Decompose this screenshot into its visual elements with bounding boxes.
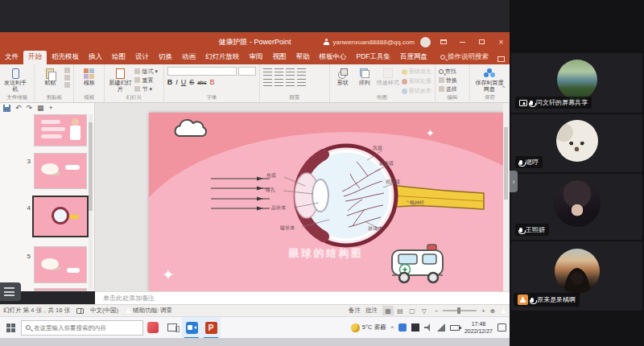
- align-left-button[interactable]: [263, 79, 272, 86]
- ribbon-display-options-button[interactable]: [436, 34, 450, 50]
- zoom-slider[interactable]: [443, 310, 477, 311]
- align-center-button[interactable]: [275, 79, 283, 86]
- tray-expand-button[interactable]: ^: [390, 324, 394, 332]
- zoom-in-button[interactable]: +: [481, 307, 485, 315]
- layout-button[interactable]: 版式▾: [134, 68, 158, 75]
- tab-insert[interactable]: 插入: [84, 51, 107, 64]
- tray-icon-device[interactable]: [411, 323, 419, 332]
- taskbar-powerpoint[interactable]: P: [201, 317, 221, 339]
- find-button[interactable]: 查找: [439, 68, 457, 75]
- send-to-phone-button[interactable]: 发送到手机: [3, 67, 27, 93]
- undo-button[interactable]: ↶: [15, 104, 22, 112]
- thumbnail-scrollbar[interactable]: [89, 114, 93, 290]
- clock[interactable]: 17:48 2022/12/27: [464, 320, 493, 335]
- tab-pdf-tools[interactable]: PDF工具集: [352, 51, 396, 64]
- slideshow-from-start-button[interactable]: ▦: [37, 104, 44, 112]
- paste-button[interactable]: 粘贴: [38, 67, 62, 86]
- network-icon[interactable]: [437, 323, 445, 332]
- taskbar-meeting-app[interactable]: [182, 317, 201, 339]
- share-person-icon[interactable]: [501, 308, 506, 313]
- zoom-out-button[interactable]: −: [435, 307, 438, 315]
- font-name-combobox[interactable]: [167, 67, 237, 76]
- slide-canvas[interactable]: ✦ ✦: [149, 113, 503, 291]
- font-color-button[interactable]: B: [209, 78, 214, 86]
- close-button[interactable]: ×: [494, 34, 508, 50]
- task-view-button[interactable]: [163, 317, 182, 339]
- tab-draw[interactable]: 绘图: [107, 51, 130, 64]
- taskbar-search[interactable]: [21, 320, 143, 336]
- format-painter-icon[interactable]: [64, 82, 70, 88]
- shape-fill-button[interactable]: 形状填充: [402, 68, 431, 76]
- account-info[interactable]: yanwenxuan88888@qq.com: [323, 39, 415, 46]
- spellcheck-icon[interactable]: [76, 308, 84, 314]
- slide-sorter-view-button[interactable]: ▤: [394, 306, 406, 315]
- bold-button[interactable]: B: [167, 78, 173, 86]
- new-slide-button[interactable]: 新建幻灯片: [108, 67, 132, 93]
- shapes-button[interactable]: 形状: [333, 67, 353, 86]
- clear-format-button[interactable]: abc: [197, 80, 206, 85]
- redo-button[interactable]: ↷: [27, 104, 33, 112]
- italic-button[interactable]: I: [175, 78, 178, 86]
- save-icon[interactable]: [3, 105, 10, 112]
- underline-button[interactable]: U: [181, 78, 187, 86]
- tab-docer-template[interactable]: 稻壳模板: [47, 51, 84, 64]
- notes-pane[interactable]: 单击此处添加备注: [95, 291, 510, 304]
- minimize-button[interactable]: [456, 34, 469, 50]
- account-avatar[interactable]: [420, 37, 431, 47]
- section-button[interactable]: 节▾: [134, 85, 158, 93]
- comments-toggle-button[interactable]: 批注: [365, 307, 378, 315]
- weather-widget[interactable]: 5°C 雾霾: [351, 323, 386, 332]
- replace-button[interactable]: 替换: [439, 76, 457, 84]
- search-input[interactable]: [34, 324, 130, 332]
- notes-toggle-button[interactable]: 备注: [349, 307, 361, 315]
- tab-design[interactable]: 设计: [130, 51, 154, 64]
- slide-thumbnail-3[interactable]: [34, 153, 87, 189]
- language-status[interactable]: 中文(中国): [90, 307, 118, 315]
- cut-icon[interactable]: [64, 68, 70, 73]
- template-button[interactable]: 模板: [77, 67, 101, 86]
- collapse-ribbon-button[interactable]: ⌃: [501, 85, 506, 93]
- customize-qat-button[interactable]: +: [49, 104, 53, 112]
- tab-baidu-pan[interactable]: 百度网盘: [395, 51, 432, 64]
- participant-tile[interactable]: 王熙妍: [511, 174, 642, 240]
- tab-file[interactable]: 文件: [0, 51, 23, 64]
- shape-outline-button[interactable]: 形状轮廓: [402, 77, 431, 85]
- accessibility-status[interactable]: 辅助功能: 调查: [125, 307, 172, 315]
- participant-tile[interactable]: 嗯哼: [511, 114, 642, 172]
- tab-template-center[interactable]: 模板中心: [315, 51, 352, 64]
- tray-icon-app[interactable]: [398, 323, 407, 332]
- tab-slideshow[interactable]: 幻灯片放映: [200, 51, 245, 64]
- participant-tile[interactable]: 原来是呆橘啊: [511, 241, 642, 311]
- quick-styles-button[interactable]: 快速样式: [377, 67, 399, 86]
- fit-slide-button[interactable]: ⊕: [490, 307, 495, 315]
- action-center-icon[interactable]: [497, 323, 506, 332]
- slide-thumbnail-4-selected[interactable]: [32, 196, 89, 237]
- tell-me-search[interactable]: 操作说明搜索: [440, 52, 489, 64]
- battery-icon[interactable]: [450, 325, 460, 331]
- copy-icon[interactable]: [64, 75, 70, 80]
- tab-animations[interactable]: 动画: [177, 51, 200, 64]
- meeting-mini-toolbar[interactable]: [0, 282, 21, 301]
- slideshow-view-button[interactable]: ▽: [419, 306, 430, 315]
- reading-view-button[interactable]: ▢: [407, 306, 418, 315]
- panel-collapse-handle[interactable]: ›: [510, 171, 518, 192]
- arrange-button[interactable]: 排列: [355, 67, 374, 86]
- strikethrough-button[interactable]: S: [189, 78, 194, 86]
- font-size-combobox[interactable]: [238, 67, 256, 76]
- normal-view-button[interactable]: ▦: [382, 306, 394, 315]
- justify-button[interactable]: [297, 79, 306, 86]
- bullets-button[interactable]: [263, 68, 272, 76]
- slide-thumbnail-6[interactable]: [34, 288, 87, 291]
- select-button[interactable]: 选择: [439, 85, 457, 93]
- restore-button[interactable]: [475, 34, 489, 50]
- tab-review[interactable]: 审阅: [245, 51, 268, 64]
- slide-thumbnail-2[interactable]: [34, 114, 87, 146]
- numbering-button[interactable]: [275, 68, 283, 76]
- slide-thumbnail-5[interactable]: [34, 246, 87, 283]
- share-icon[interactable]: [497, 56, 505, 62]
- tab-view[interactable]: 视图: [268, 51, 291, 64]
- volume-icon[interactable]: [424, 323, 432, 332]
- tab-home[interactable]: 开始: [23, 51, 47, 64]
- start-button[interactable]: [0, 317, 21, 339]
- tab-transitions[interactable]: 切换: [154, 51, 177, 64]
